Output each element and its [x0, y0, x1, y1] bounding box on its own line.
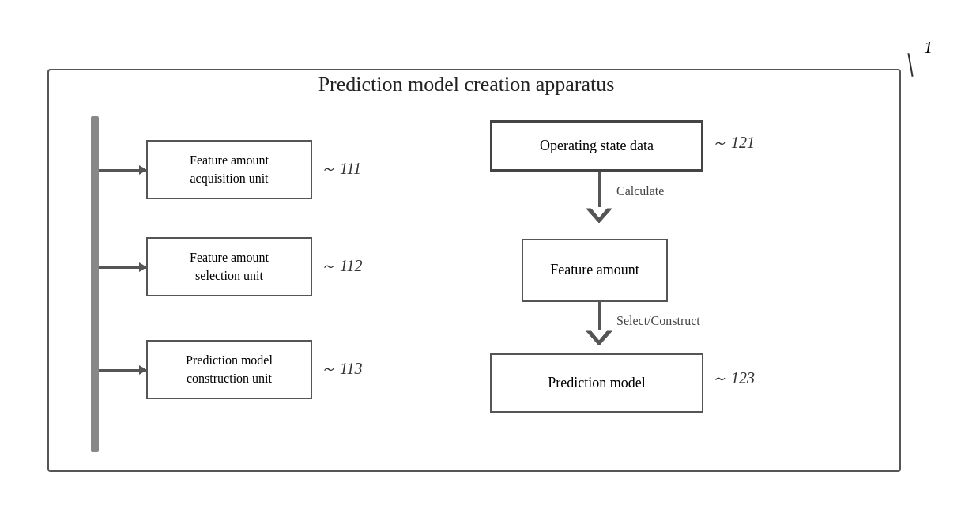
ref-112: ～ 112 — [320, 255, 363, 277]
arrow-head-hollow-2 — [585, 330, 613, 350]
unit-111-label: Feature amountacquisition unit — [190, 152, 269, 187]
diagram-wrapper: 1 Prediction model creation apparatus Fe… — [32, 29, 948, 488]
unit-113-label: Prediction modelconstruction unit — [186, 352, 273, 387]
connector-112 — [99, 266, 146, 269]
feature-amount-acquisition-unit-box: Feature amountacquisition unit — [146, 140, 312, 199]
prediction-model-box: Prediction model — [490, 353, 703, 413]
ref-123: ～ 123 — [711, 368, 755, 389]
prediction-model-construction-unit-box: Prediction modelconstruction unit — [146, 340, 312, 399]
operating-state-data-box: Operating state data — [490, 120, 703, 172]
arrow-head-hollow-1 — [585, 207, 613, 223]
arrow-shaft-1 — [598, 172, 601, 207]
arrow-shaft-2 — [598, 302, 601, 330]
ref-112-tilde: ～ — [320, 257, 336, 274]
down-arrow-2 — [585, 302, 613, 350]
ref-123-tilde: ～ — [711, 369, 727, 387]
down-arrow-1 — [585, 172, 613, 223]
ref-113: ～ 113 — [320, 358, 363, 379]
ref-111: ～ 111 — [320, 158, 361, 179]
main-ref-line — [907, 53, 913, 77]
feature-amount-selection-unit-box: Feature amountselection unit — [146, 237, 312, 296]
box-121-label: Operating state data — [540, 136, 654, 156]
box-123-label: Prediction model — [548, 373, 645, 393]
svg-marker-1 — [586, 331, 612, 345]
calculate-label: Calculate — [616, 184, 664, 198]
svg-marker-0 — [586, 209, 612, 223]
feature-amount-box: Feature amount — [522, 239, 668, 302]
box-122-label: Feature amount — [550, 260, 639, 280]
ref-113-tilde: ～ — [320, 360, 336, 377]
ref-121: ～ 121 — [711, 132, 755, 153]
ref-111-tilde: ～ — [320, 160, 336, 177]
connector-111 — [99, 169, 146, 172]
connector-113 — [99, 369, 146, 372]
select-construct-label: Select/Construct — [616, 314, 700, 328]
unit-112-label: Feature amountselection unit — [190, 249, 269, 285]
ref-121-tilde: ～ — [711, 134, 727, 151]
left-vertical-bar — [91, 116, 99, 452]
main-ref-number: 1 — [924, 37, 933, 58]
